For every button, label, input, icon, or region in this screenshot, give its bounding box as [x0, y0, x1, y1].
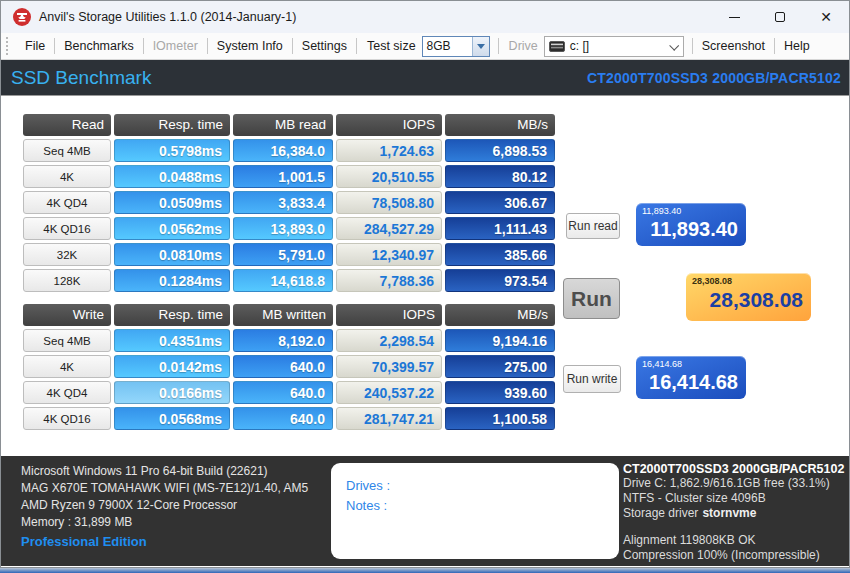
row-label-cell: 4K QD16 — [23, 407, 111, 430]
run-write-button[interactable]: Run write — [563, 365, 621, 393]
maximize-icon — [775, 12, 785, 22]
maximize-button[interactable] — [757, 1, 803, 33]
system-info-footer: Microsoft Windows 11 Pro 64-bit Build (2… — [1, 456, 849, 566]
row-label-cell: 4K QD4 — [23, 381, 111, 404]
app-icon[interactable] — [13, 8, 31, 26]
resp-time-cell: 0.1284ms — [114, 269, 230, 292]
close-icon: ✕ — [820, 10, 832, 24]
title-bar: Anvil's Storage Utilities 1.1.0 (2014-Ja… — [1, 1, 849, 33]
iops-cell: 12,340.97 — [336, 243, 442, 266]
alignment-line: Alignment 119808KB OK — [623, 533, 847, 548]
menu-file[interactable]: File — [16, 33, 54, 59]
menu-settings[interactable]: Settings — [293, 33, 356, 59]
mb-cell: 640.0 — [233, 407, 333, 430]
read-score-small: 11,893.40 — [642, 206, 738, 217]
dropdown-button[interactable] — [472, 37, 489, 56]
benchmark-row: 4K QD160.0568ms640.0281,747.211,100.58 — [23, 407, 555, 430]
chevron-down-icon — [477, 44, 485, 49]
benchmark-row: Seq 4MB0.5798ms16,384.01,724.636,898.53 — [23, 139, 555, 162]
mb-cell: 8,192.0 — [233, 329, 333, 352]
test-size-value: 8GB — [423, 39, 472, 53]
table-header-row: WriteResp. timeMB writtenIOPSMB/s — [23, 304, 555, 326]
window-title: Anvil's Storage Utilities 1.1.0 (2014-Ja… — [39, 10, 296, 24]
resp-time-cell: 0.0568ms — [114, 407, 230, 430]
read-results-table: ReadResp. timeMB readIOPSMB/sSeq 4MB0.57… — [23, 114, 555, 295]
mb-cell: 5,791.0 — [233, 243, 333, 266]
resp-time-cell: 0.5798ms — [114, 139, 230, 162]
benchmark-row: 32K0.0810ms5,791.012,340.97385.66 — [23, 243, 555, 266]
mb-cell: 13,893.0 — [233, 217, 333, 240]
toolbar-gripper — [6, 37, 10, 55]
benchmark-row: 4K QD40.0166ms640.0240,537.22939.60 — [23, 381, 555, 404]
filesystem-line: NTFS - Cluster size 4096B — [623, 491, 847, 506]
iops-cell: 2,298.54 — [336, 329, 442, 352]
mbs-cell: 6,898.53 — [445, 139, 555, 162]
table-header-row: ReadResp. timeMB readIOPSMB/s — [23, 114, 555, 136]
column-header: Read — [23, 114, 111, 136]
mbs-cell: 9,194.16 — [445, 329, 555, 352]
row-label-cell: 4K QD16 — [23, 217, 111, 240]
info-line: Memory : 31,899 MB — [21, 514, 308, 531]
info-line: AMD Ryzen 9 7900X 12-Core Processor — [21, 497, 308, 514]
row-label-cell: 4K — [23, 165, 111, 188]
column-header: MB written — [233, 304, 333, 326]
row-label-cell: 32K — [23, 243, 111, 266]
menu-help[interactable]: Help — [775, 33, 819, 59]
minimize-icon — [729, 17, 740, 18]
write-score-value: 16,414.68 — [642, 371, 738, 394]
write-results-table: WriteResp. timeMB writtenIOPSMB/sSeq 4MB… — [23, 304, 555, 433]
column-header: Resp. time — [114, 304, 230, 326]
resp-time-cell: 0.4351ms — [114, 329, 230, 352]
drive-label: Drive — [499, 39, 544, 53]
resp-time-cell: 0.0166ms — [114, 381, 230, 404]
minimize-button[interactable] — [711, 1, 757, 33]
app-window: Anvil's Storage Utilities 1.1.0 (2014-Ja… — [0, 0, 850, 568]
column-header: Resp. time — [114, 114, 230, 136]
benchmark-row: 128K0.1284ms14,618.87,788.36973.54 — [23, 269, 555, 292]
read-score-box: 11,893.40 11,893.40 — [636, 203, 746, 246]
write-score-small: 16,414.68 — [642, 359, 738, 370]
iops-cell: 78,508.80 — [336, 191, 442, 214]
benchmark-row: Seq 4MB0.4351ms8,192.02,298.549,194.16 — [23, 329, 555, 352]
menu-screenshot[interactable]: Screenshot — [693, 33, 774, 59]
menu-system-info[interactable]: System Info — [208, 33, 292, 59]
anvil-icon — [16, 12, 28, 23]
device-info-title: CT2000T700SSD3 2000GB/PACR5102 — [623, 462, 847, 476]
mb-cell: 640.0 — [233, 355, 333, 378]
mb-cell: 14,618.8 — [233, 269, 333, 292]
column-header: Write — [23, 304, 111, 326]
menu-benchmarks[interactable]: Benchmarks — [55, 33, 142, 59]
resp-time-cell: 0.0142ms — [114, 355, 230, 378]
mb-cell: 3,833.4 — [233, 191, 333, 214]
write-score-box: 16,414.68 16,414.68 — [636, 356, 746, 399]
edition-label: Professional Edition — [21, 534, 147, 549]
mbs-cell: 939.60 — [445, 381, 555, 404]
drive-combobox[interactable]: c: [] — [544, 36, 684, 57]
notes-label: Notes : — [346, 496, 619, 516]
mbs-cell: 275.00 — [445, 355, 555, 378]
mbs-cell: 1,100.58 — [445, 407, 555, 430]
run-button[interactable]: Run — [563, 278, 620, 319]
row-label-cell: 4K QD4 — [23, 191, 111, 214]
resp-time-cell: 0.0509ms — [114, 191, 230, 214]
chevron-down-icon — [669, 40, 679, 50]
row-label-cell: Seq 4MB — [23, 139, 111, 162]
mb-cell: 640.0 — [233, 381, 333, 404]
run-read-button[interactable]: Run read — [566, 213, 620, 239]
drives-label: Drives : — [346, 476, 619, 496]
taskbar-sliver — [0, 568, 850, 573]
storage-driver-line: Storage driverstornvme — [623, 506, 847, 521]
iops-cell: 70,399.57 — [336, 355, 442, 378]
test-size-combobox[interactable]: 8GB — [422, 36, 490, 57]
resp-time-cell: 0.0488ms — [114, 165, 230, 188]
total-score-value: 28,308.08 — [692, 288, 803, 312]
close-button[interactable]: ✕ — [803, 1, 849, 33]
mb-cell: 1,001.5 — [233, 165, 333, 188]
column-header: IOPS — [336, 114, 442, 136]
iops-cell: 7,788.36 — [336, 269, 442, 292]
mbs-cell: 80.12 — [445, 165, 555, 188]
iops-cell: 20,510.55 — [336, 165, 442, 188]
mbs-cell: 1,111.43 — [445, 217, 555, 240]
system-info-block: Microsoft Windows 11 Pro 64-bit Build (2… — [21, 463, 308, 531]
column-header: MB/s — [445, 114, 555, 136]
